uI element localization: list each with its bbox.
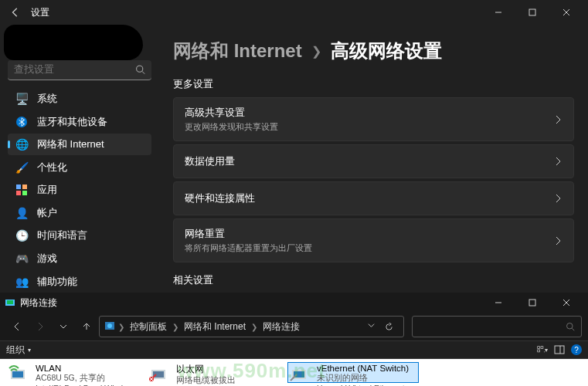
connection-name: vEthernet (NAT Switch)	[317, 364, 417, 373]
view-options-button[interactable]: ▾	[537, 344, 548, 355]
refresh-button[interactable]	[379, 323, 399, 331]
nav-personalization[interactable]: 🖌️个性化	[8, 156, 151, 178]
nav-label: 游戏	[37, 252, 57, 266]
connections-pane[interactable]: www.590m.net WLAN AC68U 5G, 共享的 Intel(R)…	[0, 359, 588, 386]
svg-rect-14	[538, 347, 540, 349]
network-icon: 🌐	[15, 138, 28, 151]
nav-label: 辅助功能	[37, 275, 77, 289]
nav-up-button[interactable]	[76, 316, 97, 337]
breadcrumb-parent[interactable]: 网络和 Internet	[173, 39, 302, 63]
svg-rect-3	[16, 185, 21, 189]
minimize-button[interactable]	[481, 291, 515, 314]
nav-accessibility[interactable]: 👥辅助功能	[8, 270, 151, 293]
chevron-right-icon: ❯	[311, 44, 321, 59]
connection-ethernet[interactable]: 以太网 网络电缆被拔出 Intel(R) Ethernet Connection…	[147, 362, 278, 383]
explorer-search-box[interactable]	[412, 316, 582, 337]
card-data-usage[interactable]: 数据使用量	[173, 144, 574, 178]
nav-label: 个性化	[37, 161, 67, 174]
explorer-title: 网络连接	[20, 296, 57, 310]
connection-wlan[interactable]: WLAN AC68U 5G, 共享的 Intel(R) Dual Band Wi…	[6, 362, 138, 383]
settings-sidebar: 🖥️系统 蓝牙和其他设备 🌐网络和 Internet 🖌️个性化 应用 👤帐户 …	[0, 25, 159, 293]
nav-label: 应用	[37, 183, 57, 197]
address-segment[interactable]: 网络和 Internet	[182, 319, 248, 335]
maximize-button[interactable]	[515, 291, 549, 314]
ethernet-icon	[148, 364, 172, 385]
card-title: 高级共享设置	[185, 106, 553, 120]
card-hardware-props[interactable]: 硬件和连接属性	[173, 181, 574, 215]
address-segment[interactable]: 控制面板	[127, 319, 169, 335]
settings-window: 设置 🖥️系统 蓝牙和其他设备 🌐网络和 Internet 🖌️个性化 应用 👤…	[0, 0, 588, 293]
nav-forward-button[interactable]	[29, 316, 51, 337]
card-network-reset[interactable]: 网络重置将所有网络适配器重置为出厂设置	[173, 218, 574, 262]
back-button[interactable]	[5, 2, 26, 23]
accessibility-icon: 👥	[15, 276, 28, 288]
svg-rect-5	[16, 191, 21, 195]
help-button[interactable]: ?	[571, 344, 582, 355]
profile-redacted	[4, 25, 143, 60]
nav-label: 网络和 Internet	[37, 137, 104, 151]
card-title: 硬件和连接属性	[185, 191, 553, 205]
connection-status: 未识别的网络	[317, 373, 417, 384]
preview-pane-button[interactable]	[554, 344, 565, 355]
connection-name: 以太网	[176, 364, 277, 375]
svg-point-1	[137, 66, 143, 73]
bluetooth-icon	[15, 116, 28, 128]
chevron-right-icon	[553, 236, 563, 245]
account-icon: 👤	[15, 207, 28, 219]
svg-rect-10	[529, 300, 535, 306]
chevron-right-icon: ❯	[118, 323, 124, 331]
chevron-right-icon	[553, 115, 563, 124]
apps-icon	[15, 184, 28, 196]
explorer-titlebar: 网络连接	[0, 293, 588, 313]
svg-rect-20	[12, 371, 23, 378]
address-dropdown[interactable]	[367, 321, 376, 332]
maximize-button[interactable]	[515, 1, 549, 24]
explorer-navbar: ❯ 控制面板 ❯ 网络和 Internet ❯ 网络连接	[0, 313, 588, 340]
svg-rect-0	[529, 9, 535, 15]
organize-label: 组织	[6, 344, 25, 357]
nav-label: 时间和语言	[37, 229, 87, 242]
address-segment[interactable]: 网络连接	[260, 319, 302, 335]
svg-rect-16	[538, 350, 540, 352]
section-more-settings: 更多设置	[173, 77, 574, 91]
svg-rect-4	[22, 185, 27, 189]
nav-time-language[interactable]: 🕒时间和语言	[8, 225, 151, 247]
connection-vethernet[interactable]: vEthernet (NAT Switch) 未识别的网络 Hyper-V Vi…	[287, 362, 419, 383]
nav-system[interactable]: 🖥️系统	[8, 88, 151, 110]
explorer-window: 网络连接 ❯ 控制面板 ❯ 网络和 Internet ❯ 网络连接 组织▾	[0, 293, 588, 386]
settings-title: 设置	[31, 6, 49, 19]
card-advanced-sharing[interactable]: 高级共享设置更改网络发现和共享设置	[173, 97, 574, 141]
breadcrumb-current: 高级网络设置	[331, 39, 442, 63]
minimize-button[interactable]	[481, 1, 515, 24]
search-icon	[566, 322, 575, 331]
card-title: 网络重置	[185, 227, 553, 241]
nav-apps[interactable]: 应用	[8, 179, 151, 201]
organize-menu[interactable]: 组织▾	[6, 344, 31, 357]
chevron-right-icon	[553, 157, 563, 166]
control-panel-icon	[104, 320, 115, 334]
system-icon: 🖥️	[15, 93, 28, 105]
address-bar[interactable]: ❯ 控制面板 ❯ 网络和 Internet ❯ 网络连接	[99, 316, 404, 337]
svg-rect-9	[7, 300, 13, 304]
nav-gaming[interactable]: 🎮游戏	[8, 248, 151, 270]
more-settings-list: 高级共享设置更改网络发现和共享设置 数据使用量 硬件和连接属性 网络重置将所有网…	[173, 97, 574, 262]
search-icon	[135, 64, 145, 75]
section-related-settings: 相关设置	[173, 273, 574, 287]
search-box[interactable]	[8, 60, 151, 80]
nav-label: 系统	[37, 92, 57, 106]
connection-name: WLAN	[36, 364, 136, 373]
settings-titlebar: 设置	[0, 0, 588, 25]
nav-history-dropdown[interactable]	[53, 316, 74, 337]
nav-network[interactable]: 🌐网络和 Internet	[8, 134, 151, 156]
window-controls	[481, 1, 583, 24]
connection-status: AC68U 5G, 共享的	[36, 373, 136, 384]
close-button[interactable]	[549, 1, 583, 24]
nav-bluetooth[interactable]: 蓝牙和其他设备	[8, 110, 151, 133]
nav-accounts[interactable]: 👤帐户	[8, 202, 151, 225]
search-input[interactable]	[14, 64, 135, 75]
close-button[interactable]	[549, 291, 583, 314]
profile-area[interactable]	[8, 25, 151, 57]
chevron-right-icon	[553, 194, 563, 203]
nav-back-button[interactable]	[6, 316, 28, 337]
card-subtitle: 更改网络发现和共享设置	[185, 121, 553, 133]
